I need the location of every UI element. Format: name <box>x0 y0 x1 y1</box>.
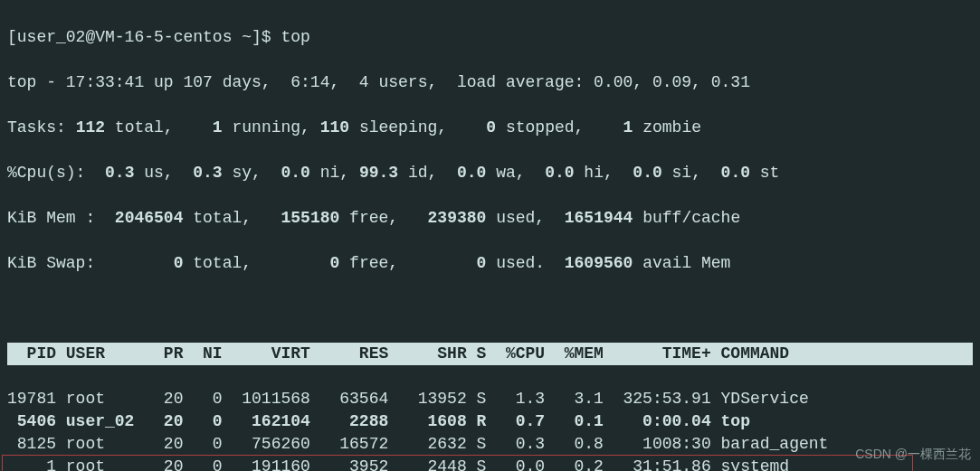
top-summary-tasks: Tasks: 112 total, 1 running, 110 sleepin… <box>7 117 973 139</box>
process-table-header: PID USER PR NI VIRT RES SHR S %CPU %MEM … <box>7 343 973 365</box>
top-summary-uptime: top - 17:33:41 up 107 days, 6:14, 4 user… <box>7 71 973 94</box>
table-row: 5406 user_02 20 0 162104 2288 1608 R 0.7… <box>7 410 973 433</box>
table-row: 8125 root 20 0 756260 16572 2632 S 0.3 0… <box>7 433 973 456</box>
top-summary-swap: KiB Swap: 0 total, 0 free, 0 used. 16095… <box>7 252 973 275</box>
terminal-output[interactable]: [user_02@VM-16-5-centos ~]$ top top - 17… <box>0 0 980 471</box>
table-row: 19781 root 20 0 1011568 63564 13952 S 1.… <box>7 388 973 410</box>
blank-line <box>7 297 973 320</box>
top-summary-cpu: %Cpu(s): 0.3 us, 0.3 sy, 0.0 ni, 99.3 id… <box>7 162 973 184</box>
table-row: 1 root 20 0 191160 3952 2448 S 0.0 0.2 3… <box>7 456 973 471</box>
watermark-text: CSDN @一棵西兰花 <box>855 443 971 466</box>
top-summary-mem: KiB Mem : 2046504 total, 155180 free, 23… <box>7 207 973 230</box>
shell-prompt-line: [user_02@VM-16-5-centos ~]$ top <box>7 26 973 49</box>
